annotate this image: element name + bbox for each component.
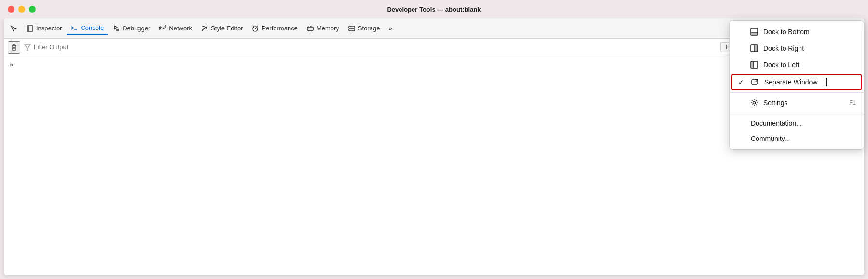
network-icon bbox=[159, 25, 166, 32]
svg-rect-0 bbox=[27, 26, 33, 31]
dock-left-label: Dock to Left bbox=[763, 61, 799, 69]
tab-style-editor[interactable]: Style Editor bbox=[197, 23, 247, 34]
overflow-icon: » bbox=[388, 25, 392, 32]
window-controls bbox=[8, 6, 36, 13]
style-editor-icon bbox=[201, 25, 208, 32]
overflow-button[interactable]: » bbox=[385, 23, 396, 34]
cursor-in-menu bbox=[825, 78, 827, 86]
trash-icon bbox=[10, 43, 18, 51]
storage-icon bbox=[348, 25, 356, 32]
pick-element-button[interactable] bbox=[6, 23, 21, 34]
svg-point-37 bbox=[753, 102, 756, 104]
separate-window-icon bbox=[751, 78, 759, 86]
pick-element-icon bbox=[10, 25, 17, 32]
check-dock-bottom bbox=[737, 28, 745, 36]
menu-item-community[interactable]: Community... bbox=[730, 131, 864, 146]
filter-input[interactable] bbox=[34, 43, 716, 51]
console-icon bbox=[70, 24, 78, 32]
check-dock-left bbox=[737, 61, 745, 69]
dock-right-icon bbox=[750, 44, 758, 53]
check-settings bbox=[737, 99, 745, 107]
clear-console-button[interactable] bbox=[8, 41, 20, 54]
title-bar: Developer Tools — about:blank bbox=[0, 0, 868, 18]
performance-icon bbox=[251, 25, 259, 32]
close-button[interactable] bbox=[8, 6, 14, 13]
svg-rect-16 bbox=[349, 29, 355, 31]
dock-right-label: Dock to Right bbox=[763, 44, 804, 52]
filter-input-wrapper bbox=[24, 43, 716, 51]
community-label: Community... bbox=[751, 135, 790, 142]
check-dock-right bbox=[737, 44, 745, 52]
svg-rect-31 bbox=[755, 45, 758, 52]
tab-network[interactable]: Network bbox=[155, 23, 196, 34]
menu-item-dock-right[interactable]: Dock to Right bbox=[730, 40, 864, 56]
minimize-button[interactable] bbox=[18, 6, 25, 13]
dock-left-icon bbox=[750, 60, 758, 69]
separate-window-label: Separate Window bbox=[764, 78, 818, 86]
devtools-panel: Inspector Console Debugger bbox=[4, 18, 864, 275]
memory-icon bbox=[306, 25, 314, 32]
svg-rect-8 bbox=[307, 27, 313, 30]
window-title: Developer Tools — about:blank bbox=[387, 6, 481, 13]
tab-memory[interactable]: Memory bbox=[303, 23, 343, 34]
expand-icon: » bbox=[10, 61, 13, 68]
svg-marker-26 bbox=[25, 45, 30, 50]
tab-debugger[interactable]: Debugger bbox=[109, 23, 154, 34]
svg-rect-36 bbox=[752, 80, 757, 84]
svg-rect-23 bbox=[12, 45, 16, 50]
svg-line-7 bbox=[255, 28, 257, 29]
menu-item-documentation[interactable]: Documentation... bbox=[730, 115, 864, 131]
tab-storage[interactable]: Storage bbox=[344, 23, 384, 34]
menu-item-dock-left[interactable]: Dock to Left bbox=[730, 56, 864, 73]
dock-bottom-icon bbox=[750, 28, 758, 36]
dropdown-menu: Dock to Bottom Dock to Right bbox=[729, 20, 864, 150]
settings-label: Settings bbox=[763, 99, 788, 107]
settings-shortcut: F1 bbox=[849, 99, 856, 106]
svg-rect-34 bbox=[751, 61, 754, 68]
menu-item-dock-bottom[interactable]: Dock to Bottom bbox=[730, 24, 864, 40]
menu-item-separate-window[interactable]: ✓ Separate Window bbox=[731, 74, 862, 90]
tab-performance[interactable]: Performance bbox=[248, 23, 301, 34]
settings-icon bbox=[750, 98, 758, 107]
menu-separator-1 bbox=[730, 92, 864, 93]
dock-bottom-label: Dock to Bottom bbox=[763, 28, 810, 36]
documentation-label: Documentation... bbox=[751, 119, 802, 127]
filter-icon bbox=[24, 44, 31, 51]
inspector-icon bbox=[26, 25, 34, 32]
menu-separator-2 bbox=[730, 113, 864, 113]
check-separate-window: ✓ bbox=[738, 78, 746, 86]
tab-console[interactable]: Console bbox=[67, 22, 108, 35]
debugger-icon bbox=[112, 25, 120, 32]
tab-inspector[interactable]: Inspector bbox=[22, 23, 66, 34]
svg-rect-15 bbox=[349, 26, 355, 28]
menu-item-settings[interactable]: Settings F1 bbox=[730, 95, 864, 111]
maximize-button[interactable] bbox=[29, 6, 36, 13]
